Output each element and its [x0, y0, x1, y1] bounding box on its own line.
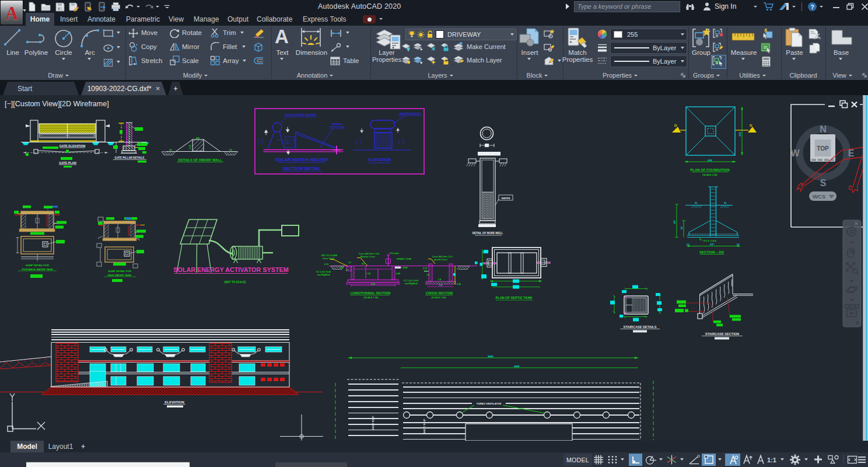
sign-in-user-icon[interactable] — [702, 2, 712, 11]
featured-apps-dropdown-icon[interactable] — [379, 18, 383, 20]
circle-tool-icon[interactable] — [54, 26, 75, 48]
properties-panel-title[interactable]: Properties — [597, 71, 643, 80]
ungroup-icon[interactable] — [713, 28, 724, 39]
osnap-dropdown-icon[interactable] — [718, 458, 722, 461]
utilities-panel-title[interactable]: Utilities — [730, 71, 775, 80]
ribbon-tab-output[interactable]: Output — [224, 13, 252, 26]
layer-isolate-icon[interactable] — [413, 42, 424, 51]
polar-dropdown-icon[interactable] — [659, 458, 663, 461]
paste-dropdown-icon[interactable] — [792, 58, 796, 60]
group-tool-label[interactable]: Group — [688, 49, 714, 56]
restore-button[interactable] — [846, 3, 854, 10]
file-tab-new[interactable]: + — [168, 82, 183, 95]
new-file-icon[interactable] — [27, 2, 37, 12]
annotation-visibility-button[interactable] — [725, 454, 740, 466]
measure-tool-label[interactable]: Measure — [728, 49, 760, 56]
close-button[interactable] — [861, 3, 868, 11]
ribbon-tab-manage[interactable]: Manage — [190, 13, 222, 26]
polyline-tool-label[interactable]: Polyline — [22, 49, 50, 56]
navigation-bar[interactable] — [843, 220, 861, 327]
arc-dropdown-icon[interactable] — [88, 58, 91, 60]
quick-calc-icon[interactable] — [761, 56, 771, 67]
layer-combo-dropdown-icon[interactable] — [510, 33, 514, 36]
rotate-tool-icon[interactable] — [170, 29, 180, 38]
draw-panel-title[interactable]: Draw — [35, 71, 82, 80]
viewport-controls-label[interactable]: [−][Custom View][2D Wireframe] — [5, 100, 109, 108]
group-edit-icon[interactable] — [713, 42, 724, 53]
plot-icon[interactable] — [111, 2, 121, 12]
text-tool-icon[interactable]: A — [274, 26, 289, 47]
model-space-button[interactable]: MODEL — [564, 454, 592, 466]
color-dropdown-icon[interactable] — [681, 33, 684, 36]
edit-block-icon[interactable] — [544, 43, 555, 52]
annotation-scale-button[interactable] — [756, 454, 765, 466]
save-icon[interactable] — [55, 2, 65, 12]
id-point-icon[interactable] — [760, 28, 773, 39]
copy-clip-icon[interactable] — [809, 43, 820, 54]
fillet-tool-label[interactable]: Fillet — [223, 43, 237, 50]
sign-in-button[interactable]: Sign In — [715, 2, 736, 11]
help-dropdown-icon[interactable] — [820, 6, 823, 8]
status-menu-button[interactable] — [857, 454, 867, 466]
file-tab-start[interactable]: Start — [3, 82, 79, 95]
scale-tool-icon[interactable] — [170, 55, 180, 65]
group-tool-icon[interactable] — [692, 27, 712, 48]
layer-on-icon[interactable] — [408, 30, 415, 39]
line-tool-icon[interactable] — [3, 28, 22, 47]
erase-tool-icon[interactable] — [252, 28, 265, 38]
trim-tool-label[interactable]: Trim — [223, 29, 236, 36]
annotation-panel-title[interactable]: Annotation — [289, 71, 341, 80]
app-menu-dropdown-icon[interactable] — [23, 9, 26, 12]
search-input[interactable]: Type a keyword or phrase — [574, 1, 680, 12]
viewcube-north[interactable]: N — [820, 124, 827, 134]
view-launcher-icon[interactable] — [862, 72, 867, 78]
color-wheel-icon[interactable] — [597, 29, 607, 39]
qat-customize-icon[interactable] — [163, 2, 171, 12]
ribbon-tab-home[interactable]: Home — [26, 13, 54, 26]
paste-tool-label[interactable]: Paste — [782, 49, 807, 56]
match-properties-label[interactable]: MatchProperties — [561, 49, 594, 63]
fillet-tool-icon[interactable] — [210, 41, 220, 51]
ribbon-tab-express-tools[interactable]: Express Tools — [299, 13, 349, 26]
drawing-canvas[interactable]: [−][Custom View][2D Wireframe] GATE ELEV… — [0, 95, 868, 441]
app-store-cart-icon[interactable] — [763, 2, 774, 12]
layer-thaw-icon[interactable] — [417, 31, 425, 39]
base-dropdown-icon[interactable] — [839, 58, 842, 60]
ribbon-tab-collaborate[interactable]: Collaborate — [253, 13, 296, 26]
linetype-combo[interactable]: ByLayer — [610, 55, 687, 67]
hatch-tool-icon[interactable] — [103, 58, 113, 67]
sign-in-dropdown-icon[interactable] — [754, 6, 757, 8]
group-selection-toggle[interactable] — [711, 55, 726, 69]
table-tool-label[interactable]: Table — [343, 57, 359, 64]
match-layer-icon[interactable] — [453, 55, 464, 65]
object-snap-tracking-button[interactable] — [688, 454, 701, 466]
stretch-tool-label[interactable]: Stretch — [141, 57, 162, 64]
insert-block-icon[interactable] — [519, 27, 541, 48]
linear-dim-dropdown-icon[interactable] — [346, 32, 349, 34]
clipboard-panel-title[interactable]: Clipboard — [781, 71, 825, 80]
annotation-autoscale-button[interactable] — [742, 454, 754, 466]
lineweight-icon[interactable] — [597, 43, 607, 52]
lineweight-dropdown-icon[interactable] — [681, 47, 684, 49]
minimize-button[interactable] — [832, 3, 840, 11]
search-expand-icon[interactable] — [565, 3, 570, 10]
open-file-icon[interactable] — [41, 2, 51, 12]
mirror-tool-label[interactable]: Mirror — [182, 43, 200, 50]
text-tool-label[interactable]: Text — [271, 49, 294, 56]
layer-select-combo[interactable]: DRIVEWAY — [405, 29, 517, 40]
layer-off-icon[interactable] — [401, 42, 411, 51]
autodesk-dropdown-icon[interactable] — [792, 6, 796, 8]
save-as-icon[interactable] — [69, 2, 79, 12]
undo-icon[interactable] — [125, 2, 135, 12]
rectangle-dropdown-icon[interactable] — [117, 32, 120, 34]
ribbon-tab-parametric[interactable]: Parametric — [123, 13, 163, 26]
match-properties-icon[interactable] — [566, 27, 589, 50]
viewcube-west[interactable]: W — [790, 148, 800, 158]
layers-panel-title[interactable]: Layers — [417, 71, 464, 80]
copy-tool-label[interactable]: Copy — [141, 43, 157, 50]
layer-unlock2-icon[interactable] — [440, 55, 449, 65]
trim-tool-icon[interactable] — [210, 28, 220, 38]
layer-unisolate-icon[interactable] — [413, 55, 424, 65]
fillet-dropdown-icon[interactable] — [242, 46, 246, 48]
clean-screen-button[interactable] — [847, 454, 858, 466]
